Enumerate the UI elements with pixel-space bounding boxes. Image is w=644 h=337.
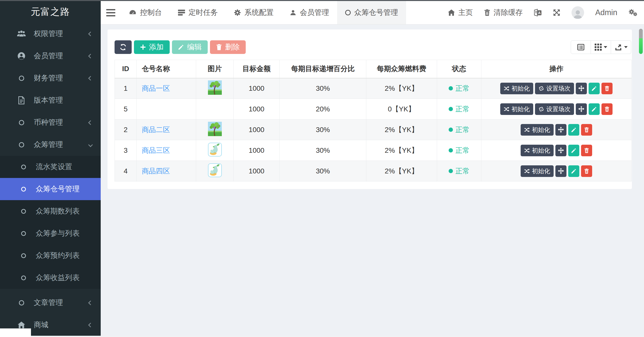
warehouse-table: ID 仓号名称 图片 目标金额 每期目标递增百分比 每期众筹燃料费 状态 操作 … <box>115 60 632 181</box>
chevron-left-icon <box>88 323 93 327</box>
sidebar-item-label: 币种管理 <box>34 117 63 128</box>
delete-row-button[interactable] <box>581 165 592 177</box>
tasks-icon <box>178 9 185 16</box>
tab-dashboard[interactable]: 控制台 <box>121 1 170 24</box>
sidebar-toggle-button[interactable] <box>101 1 121 24</box>
columns-toggle-button[interactable] <box>571 40 591 54</box>
sidebar-item-reservation-list[interactable]: 众筹预约列表 <box>0 244 101 267</box>
edit-row-button[interactable] <box>589 103 600 115</box>
warehouse-name-link[interactable]: 商品四区 <box>142 167 170 175</box>
warehouse-name-link[interactable]: 商品二区 <box>142 126 170 134</box>
product-image-tree[interactable] <box>208 80 222 95</box>
sidebar-item-label: 众筹期数列表 <box>36 206 80 216</box>
setup-sessions-button[interactable]: 设置场次 <box>535 103 574 115</box>
sidebar-item-currency[interactable]: 币种管理 <box>0 111 101 134</box>
cell-amount: 1000 <box>234 78 280 99</box>
sidebar-item-flow-award[interactable]: 流水奖设置 <box>0 156 101 178</box>
toolbar: 添加 编辑 删除 <box>115 40 246 54</box>
caret-down-icon <box>624 46 628 48</box>
init-button[interactable]: 初始化 <box>521 165 554 177</box>
sidebar-item-permissions[interactable]: 权限管理 <box>0 23 101 45</box>
edit-row-button[interactable] <box>589 83 600 94</box>
cell-fuel: 2%【YK】 <box>366 161 437 181</box>
sidebar-item-version[interactable]: 版本管理 <box>0 89 101 111</box>
username-label[interactable]: Admin <box>595 8 617 17</box>
sidebar-bottom-overlay <box>0 328 31 337</box>
tab-scheduled-tasks[interactable]: 定时任务 <box>170 1 226 24</box>
avatar[interactable] <box>571 6 584 19</box>
delete-row-button[interactable] <box>581 145 592 156</box>
init-button[interactable]: 初始化 <box>521 124 554 136</box>
tab-crowdfund-warehouse[interactable]: 众筹仓号管理 <box>337 1 406 24</box>
file-text-icon <box>16 96 27 104</box>
product-image-tree[interactable] <box>208 122 222 136</box>
setup-sessions-button[interactable]: 设置场次 <box>535 83 574 94</box>
edit-row-button[interactable] <box>568 145 579 156</box>
edit-row-button[interactable] <box>568 165 579 177</box>
circle-icon <box>18 165 29 169</box>
delete-row-button[interactable] <box>581 124 592 136</box>
translate-icon[interactable]: A <box>534 9 542 17</box>
sidebar-item-warehouse-mgmt[interactable]: 众筹仓号管理 <box>0 178 101 200</box>
cell-id: 3 <box>115 140 137 161</box>
warehouse-name-link[interactable]: 商品三区 <box>142 146 170 154</box>
scrollbar-thumb[interactable] <box>639 29 643 54</box>
clear-cache-link[interactable]: 清除缓存 <box>484 8 523 18</box>
move-button[interactable] <box>555 145 566 156</box>
home-icon <box>16 321 27 329</box>
product-image-vase[interactable] <box>208 143 222 157</box>
grid-view-button[interactable] <box>591 40 611 54</box>
sidebar-item-crowdfunding[interactable]: 众筹管理 <box>0 134 101 156</box>
delete-row-button[interactable] <box>601 103 613 115</box>
sidebar-item-label: 众筹管理 <box>34 140 63 150</box>
sidebar-item-articles[interactable]: 文章管理 <box>0 292 101 314</box>
gears-icon[interactable] <box>628 9 637 16</box>
cell-fuel: 2%【YK】 <box>366 140 437 161</box>
cell-id: 1 <box>115 78 137 99</box>
plus-icon <box>140 44 146 50</box>
brand-title[interactable]: 元富之路 <box>0 1 101 23</box>
edit-button[interactable]: 编辑 <box>172 40 208 54</box>
sidebar-item-members[interactable]: 会员管理 <box>0 45 101 67</box>
sidebar-item-participation-list[interactable]: 众筹参与列表 <box>0 222 101 244</box>
col-header-image: 图片 <box>196 60 234 78</box>
edit-row-button[interactable] <box>568 124 579 136</box>
move-button[interactable] <box>555 124 566 136</box>
delete-button[interactable]: 删除 <box>210 40 246 54</box>
home-link-label: 主页 <box>458 8 473 18</box>
fullscreen-icon[interactable] <box>553 9 560 16</box>
sidebar-item-period-list[interactable]: 众筹期数列表 <box>0 200 101 222</box>
init-button[interactable]: 初始化 <box>500 83 533 94</box>
sidebar-item-finance[interactable]: 财务管理 <box>0 67 101 89</box>
user-circle-icon <box>16 52 27 60</box>
chevron-left-icon <box>88 54 93 58</box>
cell-image-empty <box>196 99 234 119</box>
init-button[interactable]: 初始化 <box>500 103 533 115</box>
refresh-button[interactable] <box>115 40 132 54</box>
cell-fuel: 2%【YK】 <box>366 78 437 99</box>
sidebar-item-income-list[interactable]: 众筹收益列表 <box>0 267 101 289</box>
table-header-row: ID 仓号名称 图片 目标金额 每期目标递增百分比 每期众筹燃料费 状态 操作 <box>115 60 632 78</box>
warehouse-name-link[interactable]: 商品一区 <box>142 84 170 92</box>
col-header-actions: 操作 <box>481 60 632 78</box>
home-link[interactable]: 主页 <box>448 8 473 18</box>
row-actions: 初始化 <box>481 145 631 156</box>
move-button[interactable] <box>576 83 587 94</box>
add-button[interactable]: 添加 <box>134 40 170 54</box>
status-badge: 正常 <box>449 146 470 155</box>
init-button[interactable]: 初始化 <box>521 145 554 156</box>
move-button[interactable] <box>576 103 587 115</box>
cell-id: 4 <box>115 161 137 181</box>
top-strip <box>0 0 644 1</box>
sidebar-item-label: 众筹预约列表 <box>36 251 80 261</box>
bottom-strip <box>0 336 644 337</box>
tab-system-config[interactable]: 系统配置 <box>226 1 282 24</box>
tab-label: 控制台 <box>140 8 162 18</box>
col-header-status: 状态 <box>437 60 481 78</box>
delete-row-button[interactable] <box>601 83 613 94</box>
move-button[interactable] <box>555 165 566 177</box>
product-image-vase[interactable] <box>208 163 222 177</box>
export-button[interactable] <box>611 40 631 54</box>
tab-members[interactable]: 会员管理 <box>282 1 337 24</box>
tab-label: 会员管理 <box>300 8 329 18</box>
